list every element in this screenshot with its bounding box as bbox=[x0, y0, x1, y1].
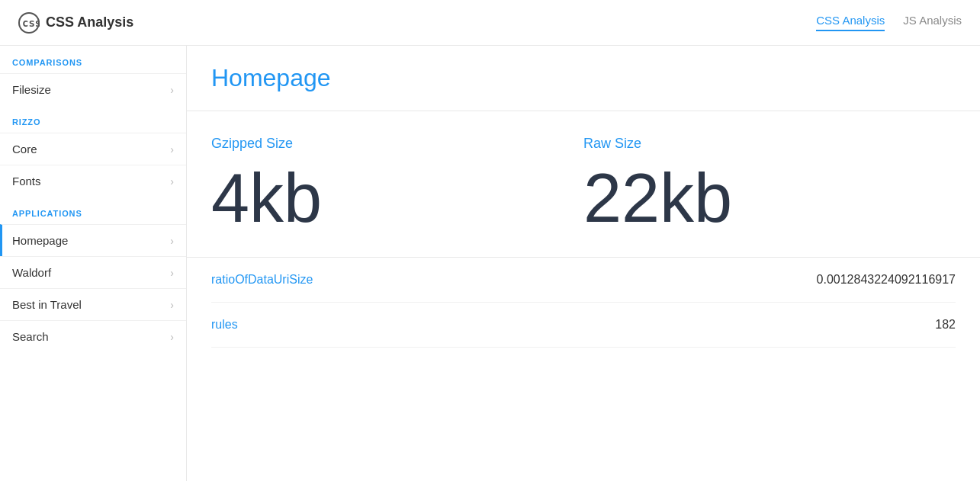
svg-text:css: css bbox=[22, 17, 40, 29]
sidebar: COMPARISONS Filesize › RIZZO Core › Font… bbox=[0, 46, 187, 481]
sidebar-item-filesize-label: Filesize bbox=[12, 83, 51, 96]
stat-gzipped-value: 4kb bbox=[211, 164, 583, 232]
sidebar-section-applications: APPLICATIONS Homepage › Waldorf › Best i… bbox=[0, 197, 186, 352]
chevron-icon: › bbox=[170, 267, 174, 279]
metric-value-ratio: 0.0012843224092116917 bbox=[817, 273, 956, 287]
sidebar-item-waldorf[interactable]: Waldorf › bbox=[0, 256, 186, 288]
section-label-rizzo: RIZZO bbox=[0, 105, 186, 133]
sidebar-item-filesize[interactable]: Filesize › bbox=[0, 73, 186, 105]
sidebar-item-search-label: Search bbox=[12, 330, 49, 343]
sidebar-item-homepage-label: Homepage bbox=[12, 234, 68, 247]
sidebar-item-search[interactable]: Search › bbox=[0, 320, 186, 352]
metrics-section: ratioOfDataUriSize 0.0012843224092116917… bbox=[187, 258, 980, 348]
logo-text: CSS Analysis bbox=[46, 14, 133, 30]
sidebar-section-comparisons: COMPARISONS Filesize › bbox=[0, 46, 186, 105]
sidebar-item-best-in-travel[interactable]: Best in Travel › bbox=[0, 288, 186, 320]
body-layout: COMPARISONS Filesize › RIZZO Core › Font… bbox=[0, 46, 980, 481]
section-label-applications: APPLICATIONS bbox=[0, 197, 186, 224]
sidebar-item-core[interactable]: Core › bbox=[0, 133, 186, 165]
chevron-icon: › bbox=[170, 175, 174, 188]
sidebar-item-best-in-travel-label: Best in Travel bbox=[12, 298, 82, 311]
sidebar-section-rizzo: RIZZO Core › Fonts › bbox=[0, 105, 186, 197]
chevron-icon: › bbox=[170, 331, 174, 343]
nav-css-analysis[interactable]: CSS Analysis bbox=[816, 14, 885, 31]
stats-section: Gzipped Size 4kb Raw Size 22kb bbox=[187, 111, 980, 258]
metric-key-ratio: ratioOfDataUriSize bbox=[211, 273, 313, 287]
sidebar-item-fonts-label: Fonts bbox=[12, 175, 41, 188]
chevron-icon: › bbox=[170, 143, 174, 156]
page-header: Homepage bbox=[187, 46, 980, 111]
stat-raw-label: Raw Size bbox=[583, 136, 956, 152]
metric-value-rules: 182 bbox=[935, 318, 956, 332]
stat-gzipped-size: Gzipped Size 4kb bbox=[211, 136, 583, 232]
sidebar-item-waldorf-label: Waldorf bbox=[12, 266, 51, 279]
metric-key-rules: rules bbox=[211, 318, 238, 332]
main-content: Homepage Gzipped Size 4kb Raw Size 22kb … bbox=[187, 46, 980, 481]
stat-gzipped-label: Gzipped Size bbox=[211, 136, 583, 152]
chevron-icon: › bbox=[170, 299, 174, 311]
sidebar-item-fonts[interactable]: Fonts › bbox=[0, 165, 186, 197]
app-logo: css CSS Analysis bbox=[18, 12, 133, 34]
page-title: Homepage bbox=[211, 64, 956, 92]
section-label-comparisons: COMPARISONS bbox=[0, 46, 186, 73]
stat-raw-value: 22kb bbox=[583, 164, 956, 232]
stat-raw-size: Raw Size 22kb bbox=[583, 136, 956, 232]
logo-icon: css bbox=[18, 12, 40, 34]
sidebar-item-core-label: Core bbox=[12, 143, 37, 156]
app-header: css CSS Analysis CSS Analysis JS Analysi… bbox=[0, 0, 980, 46]
metric-row-rules: rules 182 bbox=[211, 303, 956, 348]
nav-js-analysis[interactable]: JS Analysis bbox=[903, 14, 962, 31]
metric-row-ratio: ratioOfDataUriSize 0.0012843224092116917 bbox=[211, 258, 956, 303]
sidebar-item-homepage[interactable]: Homepage › bbox=[0, 224, 186, 256]
chevron-icon: › bbox=[170, 84, 174, 96]
header-nav: CSS Analysis JS Analysis bbox=[816, 14, 962, 31]
chevron-icon: › bbox=[170, 235, 174, 247]
